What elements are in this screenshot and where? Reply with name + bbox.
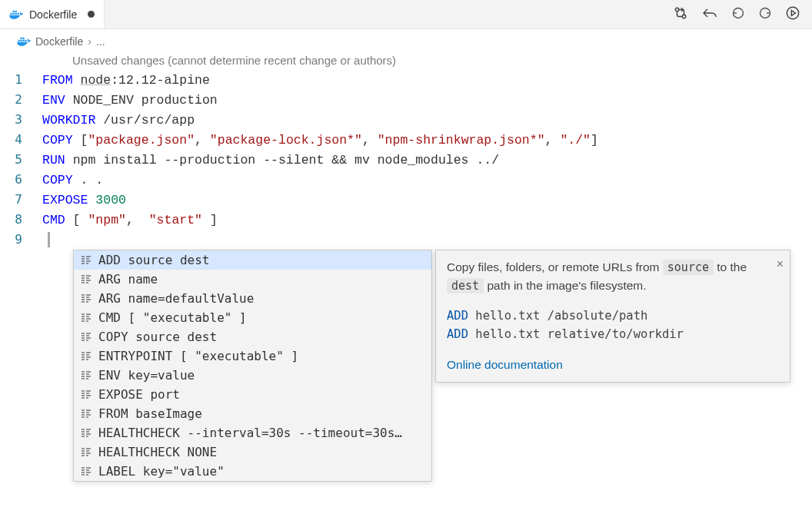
autocomplete-item[interactable]: HEALTHCHECK NONE [74, 442, 431, 462]
tab-bar: Dockerfile [0, 0, 812, 29]
line-number: 5 [0, 150, 42, 170]
svg-rect-14 [21, 40, 22, 41]
svg-point-12 [787, 7, 798, 18]
code-line[interactable]: 4 COPY ["package.json", "package-lock.js… [0, 130, 812, 150]
svg-rect-0 [11, 12, 12, 14]
tab-actions [674, 6, 812, 22]
autocomplete-item[interactable]: ADD source dest [74, 250, 431, 270]
line-number: 3 [0, 110, 42, 130]
line-number: 9 [0, 230, 42, 250]
editor[interactable]: Unsaved changes (cannot determine recent… [0, 54, 812, 250]
line-number: 4 [0, 130, 42, 150]
doc-description: Copy files, folders, or remote URLs from… [447, 258, 779, 296]
code-line[interactable]: 2 ENV NODE_ENV production [0, 90, 812, 110]
svg-point-7 [682, 15, 686, 18]
code-line[interactable]: 5 RUN npm install --production --silent … [0, 150, 812, 170]
prev-change-icon[interactable] [732, 7, 744, 22]
snippet-icon [80, 312, 92, 324]
snippet-icon [80, 389, 92, 401]
line-number: 1 [0, 70, 42, 90]
svg-rect-1 [13, 12, 15, 14]
line-number: 6 [0, 170, 42, 190]
scm-annotation: Unsaved changes (cannot determine recent… [0, 54, 812, 67]
svg-rect-13 [18, 40, 20, 41]
autocomplete-item[interactable]: LABEL key="value" [74, 462, 431, 481]
code-line[interactable]: 9 [0, 230, 812, 250]
autocomplete-item[interactable]: COPY source dest [74, 327, 431, 346]
docker-icon [17, 36, 31, 47]
line-number: 2 [0, 90, 42, 110]
autocomplete-item[interactable]: HEALTHCHECK --interval=30s --timeout=30s… [74, 423, 431, 442]
next-change-icon[interactable] [759, 7, 771, 22]
autocomplete-list[interactable]: ADD source dest ARG name ARG name=defaul… [73, 250, 432, 482]
code-line[interactable]: 1 FROM node:12.12-alpine [0, 70, 812, 90]
autocomplete-doc: × Copy files, folders, or remote URLs fr… [435, 250, 790, 383]
autocomplete-item[interactable]: ARG name [74, 270, 431, 289]
close-icon[interactable]: × [777, 255, 784, 274]
autocomplete-item[interactable]: FROM baseImage [74, 404, 431, 423]
code-line[interactable]: 3 WORKDIR /usr/src/app [0, 110, 812, 130]
snippet-icon [80, 254, 92, 267]
autocomplete-item[interactable]: CMD [ "executable" ] [74, 308, 431, 327]
svg-rect-18 [25, 40, 27, 41]
docker-icon [9, 9, 23, 20]
autocomplete-item[interactable]: ENTRYPOINT [ "executable" ] [74, 346, 431, 366]
run-icon[interactable] [786, 6, 800, 22]
svg-rect-3 [13, 10, 15, 12]
svg-point-6 [675, 8, 679, 12]
snippet-icon [80, 293, 92, 305]
code-line[interactable]: 7 EXPOSE 3000 [0, 190, 812, 210]
snippet-icon [80, 408, 92, 420]
breadcrumb-more[interactable]: ... [96, 35, 105, 48]
snippet-icon [80, 427, 92, 439]
line-number: 7 [0, 190, 42, 210]
autocomplete-item[interactable]: EXPOSE port [74, 385, 431, 404]
snippet-icon [80, 331, 92, 343]
code-line[interactable]: 8 CMD [ "npm", "start" ] [0, 210, 812, 230]
editor-tab[interactable]: Dockerfile [0, 0, 105, 28]
snippet-icon [80, 466, 92, 478]
svg-rect-2 [15, 12, 17, 14]
undo-icon[interactable] [702, 7, 717, 22]
compare-changes-icon[interactable] [674, 6, 687, 22]
doc-link[interactable]: Online documentation [447, 356, 563, 374]
svg-rect-17 [23, 38, 25, 39]
svg-rect-4 [15, 10, 17, 12]
tab-label: Dockerfile [29, 8, 77, 21]
dirty-indicator-icon [88, 11, 95, 18]
snippet-icon [80, 350, 92, 363]
snippet-icon [80, 370, 92, 382]
svg-rect-16 [21, 38, 22, 39]
breadcrumb[interactable]: Dockerfile › ... [0, 29, 812, 51]
code-line[interactable]: 6 COPY . . [0, 170, 812, 190]
svg-rect-15 [23, 40, 25, 41]
chevron-right-icon: › [88, 35, 92, 48]
doc-example: ADD hello.txt /absolute/path ADD hello.t… [447, 307, 779, 343]
snippet-icon [80, 273, 92, 286]
autocomplete-item[interactable]: ENV key=value [74, 366, 431, 385]
snippet-icon [80, 446, 92, 459]
svg-rect-5 [18, 12, 19, 14]
line-number: 8 [0, 210, 42, 230]
breadcrumb-file[interactable]: Dockerfile [35, 35, 83, 48]
cursor-icon [48, 232, 50, 247]
autocomplete-item[interactable]: ARG name=defaultValue [74, 289, 431, 308]
